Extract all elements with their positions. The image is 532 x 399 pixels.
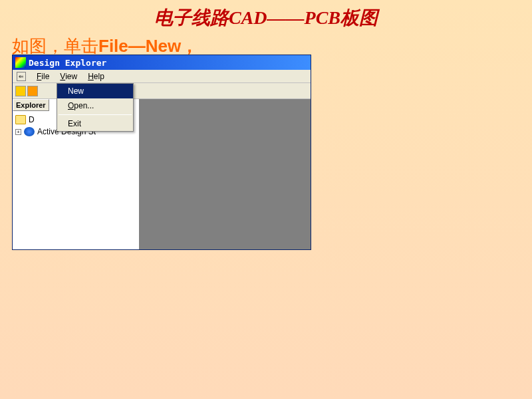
tree-label-1: D [29,115,35,124]
world-icon [24,127,35,136]
menu-file[interactable]: File [31,70,55,82]
menu-view[interactable]: View [55,70,82,82]
folder-icon [15,115,26,124]
title-bar[interactable]: Design Explorer [13,55,311,70]
menu-help[interactable]: Help [82,70,110,82]
instruction-text: 如图，单击File—New， [0,31,532,58]
app-icon [15,57,26,68]
nav-arrow-icon[interactable]: ⇐ [17,72,26,81]
design-explorer-window: Design Explorer ⇐ File View Help Explore… [12,55,311,250]
expand-icon[interactable]: + [15,129,21,135]
file-dropdown-menu: New Open... Exit [57,83,134,132]
toolbar-icon-2[interactable] [27,86,38,96]
menu-bar: ⇐ File View Help [13,70,311,83]
menu-item-open[interactable]: Open... [57,98,133,113]
toolbar-icon-1[interactable] [15,86,26,96]
workspace-area [140,99,311,249]
instruction-action: File—New， [98,36,198,56]
menu-separator [59,114,132,115]
slide-title: 电子线路CAD——PCB板图 [0,0,532,31]
menu-item-new[interactable]: New [57,84,133,98]
tree-view: D + Active Design St [13,111,139,249]
menu-item-exit[interactable]: Exit [57,116,133,131]
window-title: Design Explorer [29,58,106,68]
instruction-prefix: 如图，单击 [12,36,98,56]
explorer-tab[interactable]: Explorer [13,99,49,111]
